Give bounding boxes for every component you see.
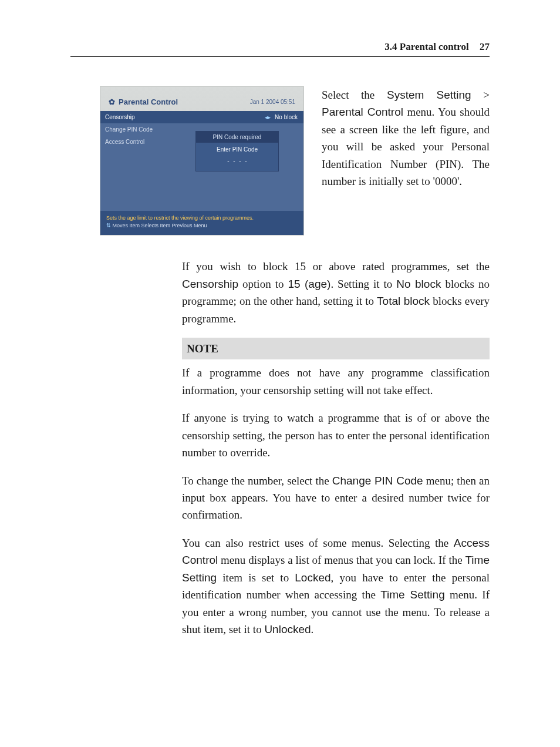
osd-menu: Censorship Change PIN Code Access Contro… — [100, 111, 171, 211]
option-15-age: 15 (age) — [288, 278, 330, 290]
menu-change-pin-code: Change PIN Code — [332, 475, 423, 487]
osd-menu-label: Censorship — [105, 114, 135, 120]
option-no-block: No block — [396, 278, 441, 290]
osd-value-label: No block — [275, 114, 298, 120]
option-censorship: Censorship — [182, 278, 238, 290]
paragraph-change-pin: To change the number, select the Change … — [182, 472, 490, 524]
section-title: 3.4 Parental control — [384, 41, 468, 52]
pin-dialog-subtitle: Enter PIN Code — [196, 143, 278, 157]
osd-screenshot: ✿ Parental Control Jan 1 2004 05:51 Cens… — [100, 86, 304, 235]
osd-body: Censorship Change PIN Code Access Contro… — [100, 111, 303, 211]
running-header: 3.4 Parental control 27 — [70, 41, 490, 57]
body-column: If you wish to block 15 or above rated p… — [182, 258, 490, 638]
osd-timestamp: Jan 1 2004 05:51 — [250, 99, 295, 105]
text: . — [311, 623, 314, 635]
osd-footer: Sets the age limit to restrict the viewi… — [100, 211, 303, 235]
osd-nav-text: Moves Item Selects Item Previous Menu — [113, 223, 207, 228]
osd-menu-item-censorship: Censorship — [100, 111, 171, 123]
osd-nav-hint: ⇅ Moves Item Selects Item Previous Menu — [106, 222, 298, 230]
paragraph-access-control: You can also restrict uses of some menus… — [182, 534, 490, 638]
intro-paragraph: Select the System Setting > Parental Con… — [322, 86, 490, 235]
note-body: If a programme does not have any program… — [182, 364, 490, 399]
paragraph-override: If anyone is trying to watch a programme… — [182, 409, 490, 461]
figure-with-text: ✿ Parental Control Jan 1 2004 05:51 Cens… — [100, 86, 490, 235]
option-total-block: Total block — [377, 295, 430, 307]
note-heading: NOTE — [182, 338, 490, 359]
text: > — [471, 89, 490, 101]
text: . Setting it to — [330, 278, 396, 290]
osd-menu-item-change-pin: Change PIN Code — [100, 123, 171, 136]
text: item is set to — [217, 571, 295, 584]
osd-title: Parental Control — [119, 97, 178, 106]
arrows-icon: ◂▸ — [265, 114, 271, 120]
text: Select the — [322, 89, 387, 101]
osd-hint-text: Sets the age limit to restrict the viewi… — [106, 214, 298, 222]
updown-icon: ⇅ — [106, 223, 111, 228]
menu-path-parental-control: Parental Control — [322, 106, 403, 118]
osd-selected-value: ◂▸ No block — [171, 111, 303, 123]
text: menu displays a list of menus that you c… — [218, 554, 465, 566]
gear-icon: ✿ — [109, 97, 115, 106]
text: option to — [238, 278, 288, 290]
osd-menu-item-access-control: Access Control — [100, 136, 171, 148]
manual-page: 3.4 Parental control 27 ✿ Parental Contr… — [0, 0, 560, 747]
text: If you wish to block 15 or above rated p… — [182, 260, 490, 272]
text: You can also restrict uses of some menus… — [182, 537, 454, 549]
osd-right-panel: ◂▸ No block PIN Code required Enter PIN … — [171, 111, 303, 211]
menu-path-system-setting: System Setting — [387, 89, 471, 101]
item-time-setting-2: Time Setting — [380, 588, 445, 601]
paragraph-censorship: If you wish to block 15 or above rated p… — [182, 258, 490, 327]
value-locked: Locked — [295, 571, 330, 584]
text: To change the number, select the — [182, 475, 332, 487]
page-number: 27 — [480, 41, 490, 52]
osd-titlebar: ✿ Parental Control Jan 1 2004 05:51 — [100, 87, 303, 111]
pin-dialog-title: PIN Code required — [196, 132, 278, 143]
pin-entry-field: ---- — [196, 157, 278, 164]
value-unlocked: Unlocked — [264, 623, 311, 635]
pin-dialog: PIN Code required Enter PIN Code ---- — [195, 131, 279, 171]
